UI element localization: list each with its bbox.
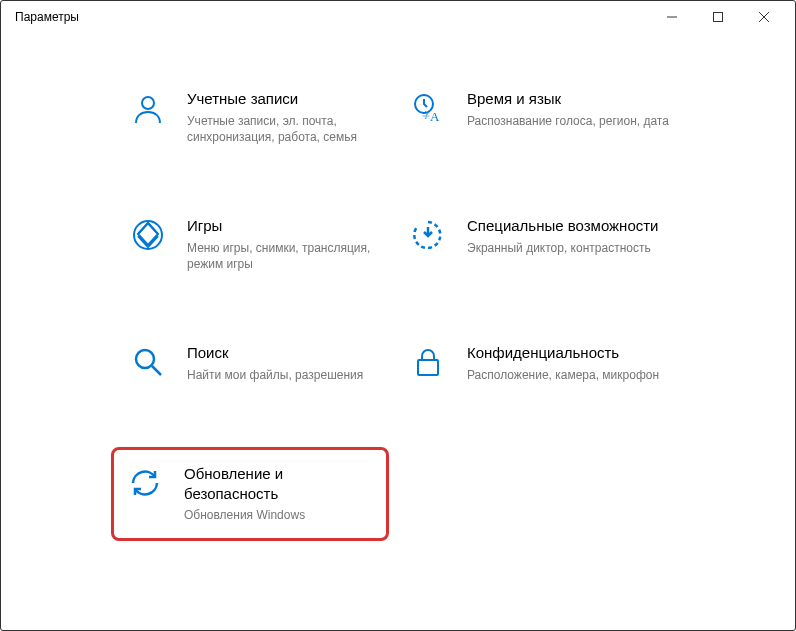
accounts-icon xyxy=(131,91,165,125)
titlebar: Параметры xyxy=(1,1,795,33)
tile-text: Специальные возможности Экранный диктор,… xyxy=(467,216,671,256)
tile-time-language[interactable]: А字 Время и язык Распознавание голоса, ре… xyxy=(411,83,671,152)
svg-point-9 xyxy=(136,350,154,368)
update-security-icon xyxy=(128,466,162,500)
tile-title: Поиск xyxy=(187,343,391,363)
tile-title: Время и язык xyxy=(467,89,671,109)
svg-point-4 xyxy=(142,97,154,109)
tile-text: Время и язык Распознавание голоса, регио… xyxy=(467,89,671,129)
minimize-icon xyxy=(667,12,677,22)
tile-text: Учетные записи Учетные записи, эл. почта… xyxy=(187,89,391,146)
highlight-frame: Обновление и безопасность Обновления Win… xyxy=(111,447,389,541)
settings-grid: Учетные записи Учетные записи, эл. почта… xyxy=(1,33,795,571)
tile-title: Специальные возможности xyxy=(467,216,671,236)
gaming-icon xyxy=(131,218,165,252)
tile-text: Конфиденциальность Расположение, камера,… xyxy=(467,343,671,383)
tile-text: Игры Меню игры, снимки, трансляция, режи… xyxy=(187,216,391,273)
svg-text:А: А xyxy=(430,109,440,124)
tile-subtitle: Меню игры, снимки, трансляция, режим игр… xyxy=(187,240,391,274)
tile-text: Обновление и безопасность Обновления Win… xyxy=(184,464,372,524)
time-language-icon: А字 xyxy=(411,91,445,125)
close-button[interactable] xyxy=(741,1,787,33)
tile-title: Конфиденциальность xyxy=(467,343,671,363)
tile-gaming[interactable]: Игры Меню игры, снимки, трансляция, режи… xyxy=(131,210,391,279)
svg-rect-1 xyxy=(714,13,723,22)
window-title: Параметры xyxy=(9,10,79,24)
maximize-icon xyxy=(713,12,723,22)
tile-title: Игры xyxy=(187,216,391,236)
svg-rect-11 xyxy=(418,360,438,375)
ease-of-access-icon xyxy=(411,218,445,252)
tile-subtitle: Обновления Windows xyxy=(184,507,372,524)
tile-text: Поиск Найти мои файлы, разрешения xyxy=(187,343,391,383)
window-controls xyxy=(649,1,787,33)
minimize-button[interactable] xyxy=(649,1,695,33)
close-icon xyxy=(759,12,769,22)
tile-subtitle: Экранный диктор, контрастность xyxy=(467,240,671,257)
tile-search[interactable]: Поиск Найти мои файлы, разрешения xyxy=(131,337,391,389)
tile-subtitle: Найти мои файлы, разрешения xyxy=(187,367,391,384)
tile-subtitle: Учетные записи, эл. почта, синхронизация… xyxy=(187,113,391,147)
search-icon xyxy=(131,345,165,379)
tile-subtitle: Расположение, камера, микрофон xyxy=(467,367,671,384)
tile-subtitle: Распознавание голоса, регион, дата xyxy=(467,113,671,130)
tile-update-security[interactable]: Обновление и безопасность Обновления Win… xyxy=(128,464,372,524)
tile-ease-of-access[interactable]: Специальные возможности Экранный диктор,… xyxy=(411,210,671,279)
tile-title: Учетные записи xyxy=(187,89,391,109)
tile-title: Обновление и безопасность xyxy=(184,464,372,503)
maximize-button[interactable] xyxy=(695,1,741,33)
privacy-icon xyxy=(411,345,445,379)
svg-text:字: 字 xyxy=(422,111,430,120)
svg-line-10 xyxy=(152,366,161,375)
tile-accounts[interactable]: Учетные записи Учетные записи, эл. почта… xyxy=(131,83,391,152)
tile-privacy[interactable]: Конфиденциальность Расположение, камера,… xyxy=(411,337,671,389)
